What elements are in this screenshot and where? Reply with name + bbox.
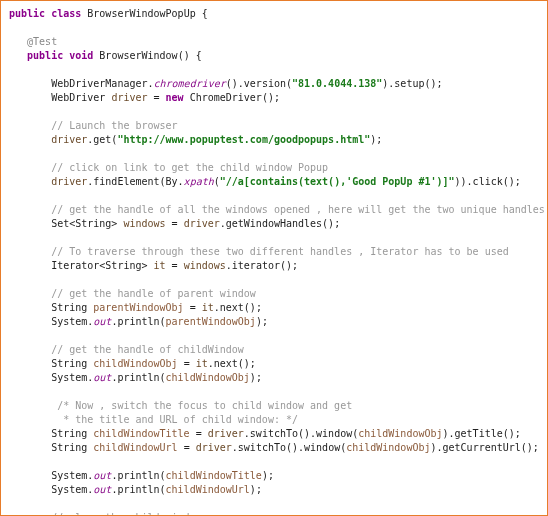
field: childWindowObj — [166, 372, 250, 383]
keyword-public: public — [27, 50, 63, 61]
code-text: ).setup(); — [382, 78, 442, 89]
field: childWindowUrl — [93, 442, 177, 453]
variable: driver — [51, 176, 87, 187]
line: Iterator<String> it = windows.iterator()… — [51, 260, 298, 271]
comment: // close the child window — [51, 512, 202, 516]
code-text: = — [166, 218, 184, 229]
code-text: ); — [370, 134, 382, 145]
comment: // get the handle of all the windows ope… — [51, 204, 545, 215]
keyword-void: void — [69, 50, 93, 61]
variable: driver — [184, 218, 220, 229]
code-text: ChromeDriver(); — [184, 92, 280, 103]
code-text: WebDriver — [51, 92, 111, 103]
line: String parentWindowObj = it.next(); — [51, 302, 262, 313]
field: childWindowObj — [93, 358, 177, 369]
keyword-class: class — [51, 8, 81, 19]
field: parentWindowObj — [93, 302, 183, 313]
comment: // get the handle of childWindow — [51, 344, 244, 355]
code-text: ).getCurrentUrl(); — [430, 442, 538, 453]
code-text: .switchTo().window( — [244, 428, 358, 439]
annotation-test: @Test — [27, 36, 57, 47]
code-text: ); — [262, 470, 274, 481]
code-text: ); — [250, 372, 262, 383]
line: System.out.println(childWindowUrl); — [51, 484, 262, 495]
code-text: .getWindowHandles(); — [220, 218, 340, 229]
code-text: System. — [51, 470, 93, 481]
method-name: BrowserWindow — [99, 50, 177, 61]
code-text: String — [51, 442, 93, 453]
line: driver.findElement(By.xpath("//a[contain… — [51, 176, 521, 187]
field: childWindowUrl — [166, 484, 250, 495]
variable: it — [154, 260, 166, 271]
code-text: ().version( — [226, 78, 292, 89]
variable: driver — [196, 442, 232, 453]
string-literal: "//a[contains(text(),'Good PopUp #1')]" — [220, 176, 455, 187]
class-name: BrowserWindowPopUp — [87, 8, 195, 19]
brace-open: { — [202, 8, 208, 19]
brace-open: { — [196, 50, 202, 61]
code-editor: public class BrowserWindowPopUp { @Test … — [0, 0, 548, 516]
code-text: System. — [51, 316, 93, 327]
line: Set<String> windows = driver.getWindowHa… — [51, 218, 340, 229]
code-text: String — [51, 358, 93, 369]
line: String childWindowUrl = driver.switchTo(… — [51, 442, 539, 453]
static-call: chromedriver — [154, 78, 226, 89]
parens: () — [178, 50, 190, 61]
variable: driver — [111, 92, 147, 103]
static-field: out — [93, 372, 111, 383]
code-text: = — [178, 442, 196, 453]
line: public class BrowserWindowPopUp { — [9, 8, 208, 19]
line: WebDriverManager.chromedriver().version(… — [51, 78, 442, 89]
variable: windows — [184, 260, 226, 271]
code-text: .next(); — [214, 302, 262, 313]
code-text: .findElement(By. — [87, 176, 183, 187]
line: System.out.println(childWindowObj); — [51, 372, 262, 383]
variable: windows — [123, 218, 165, 229]
field: childWindowTitle — [166, 470, 262, 481]
code-text: = — [190, 428, 208, 439]
variable: it — [202, 302, 214, 313]
line: WebDriver driver = new ChromeDriver(); — [51, 92, 280, 103]
static-call: xpath — [184, 176, 214, 187]
code-text: ); — [250, 484, 262, 495]
code-text: .println( — [111, 316, 165, 327]
string-literal: "81.0.4044.138" — [292, 78, 382, 89]
field: childWindowTitle — [93, 428, 189, 439]
code-text: String — [51, 302, 93, 313]
code-text: WebDriverManager. — [51, 78, 153, 89]
comment: // To traverse through these two differe… — [51, 246, 509, 257]
variable: driver — [51, 134, 87, 145]
code-text: .switchTo().window( — [232, 442, 346, 453]
code-text: System. — [51, 484, 93, 495]
code-text: = — [166, 260, 184, 271]
code-text: = — [178, 358, 196, 369]
variable: driver — [208, 428, 244, 439]
code-text: Set<String> — [51, 218, 123, 229]
code-text: .next(); — [208, 358, 256, 369]
field: childWindowObj — [346, 442, 430, 453]
code-text: Iterator<String> — [51, 260, 153, 271]
code-text: ).getTitle(); — [443, 428, 521, 439]
line: System.out.println(parentWindowObj); — [51, 316, 268, 327]
line: System.out.println(childWindowTitle); — [51, 470, 274, 481]
code-text: .println( — [111, 470, 165, 481]
code-text: String — [51, 428, 93, 439]
field: parentWindowObj — [166, 316, 256, 327]
code-text: ); — [256, 316, 268, 327]
code-text: = — [148, 92, 166, 103]
static-field: out — [93, 484, 111, 495]
code-text: = — [184, 302, 202, 313]
line: String childWindowTitle = driver.switchT… — [51, 428, 521, 439]
comment: * the title and URL of child window: */ — [51, 414, 298, 425]
line: public void BrowserWindow() { — [27, 50, 202, 61]
comment: // click on link to get the child window… — [51, 162, 328, 173]
keyword-new: new — [166, 92, 184, 103]
line: driver.get("http://www.popuptest.com/goo… — [51, 134, 382, 145]
line: String childWindowObj = it.next(); — [51, 358, 256, 369]
comment: // Launch the browser — [51, 120, 177, 131]
code-text: System. — [51, 372, 93, 383]
comment: /* Now , switch the focus to child windo… — [51, 400, 352, 411]
comment: // get the handle of parent window — [51, 288, 256, 299]
code-text: .iterator(); — [226, 260, 298, 271]
variable: it — [196, 358, 208, 369]
